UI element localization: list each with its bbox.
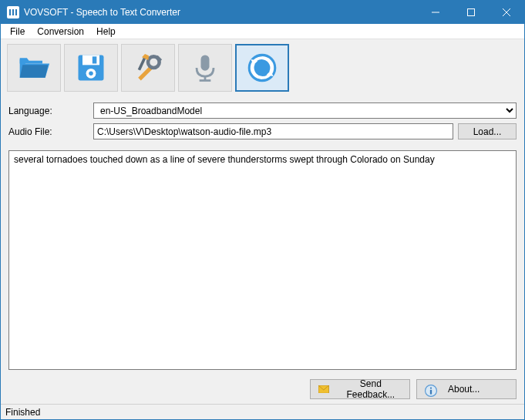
menu-file[interactable]: File — [4, 25, 31, 39]
svg-rect-14 — [201, 55, 210, 71]
toolbar — [1, 39, 524, 96]
svg-rect-9 — [93, 56, 97, 63]
info-icon — [425, 385, 437, 394]
about-button[interactable]: About... — [416, 379, 517, 399]
envelope-icon — [318, 385, 329, 394]
svg-rect-4 — [468, 9, 475, 16]
refresh-icon — [245, 51, 279, 85]
audiofile-label: Audio File: — [8, 126, 93, 137]
svg-rect-21 — [430, 390, 432, 395]
svg-rect-0 — [9, 9, 11, 15]
folder-open-icon — [17, 51, 51, 85]
audiofile-row: Audio File: Load... — [8, 123, 517, 139]
convert-button[interactable] — [235, 44, 289, 92]
window-title: VOVSOFT - Speech to Text Converter — [24, 7, 418, 18]
output-container: several tornadoes touched down as a line… — [1, 150, 524, 375]
audiofile-input[interactable] — [93, 123, 453, 139]
record-button[interactable] — [178, 44, 232, 92]
language-row: Language: en-US_BroadbandModel — [8, 102, 517, 119]
about-label: About... — [448, 384, 480, 395]
load-button[interactable]: Load... — [458, 123, 517, 139]
svg-point-20 — [430, 387, 432, 388]
bottom-bar: Send Feedback... About... — [1, 375, 524, 404]
minimize-button[interactable] — [418, 1, 453, 24]
save-button[interactable] — [64, 44, 118, 92]
form-area: Language: en-US_BroadbandModel Audio Fil… — [1, 96, 524, 150]
svg-rect-2 — [15, 9, 17, 15]
maximize-button[interactable] — [453, 1, 489, 24]
titlebar: VOVSOFT - Speech to Text Converter — [1, 1, 524, 24]
language-label: Language: — [8, 106, 93, 116]
save-icon — [74, 51, 108, 85]
app-icon — [7, 6, 19, 18]
output-textarea[interactable]: several tornadoes touched down as a line… — [8, 150, 517, 370]
menu-help[interactable]: Help — [90, 25, 122, 39]
send-feedback-button[interactable]: Send Feedback... — [310, 379, 410, 399]
menu-conversion[interactable]: Conversion — [31, 25, 90, 39]
svg-rect-8 — [82, 55, 99, 66]
statusbar: Finished — [1, 404, 524, 419]
open-button[interactable] — [7, 44, 61, 92]
microphone-icon — [188, 51, 222, 85]
close-button[interactable] — [489, 1, 524, 24]
menubar: File Conversion Help — [1, 24, 524, 39]
settings-button[interactable] — [121, 44, 175, 92]
send-feedback-label: Send Feedback... — [340, 378, 402, 400]
svg-point-11 — [89, 72, 93, 76]
tools-icon — [131, 51, 165, 85]
status-text: Finished — [5, 407, 40, 418]
language-select[interactable]: en-US_BroadbandModel — [93, 102, 517, 119]
svg-rect-1 — [12, 9, 14, 15]
